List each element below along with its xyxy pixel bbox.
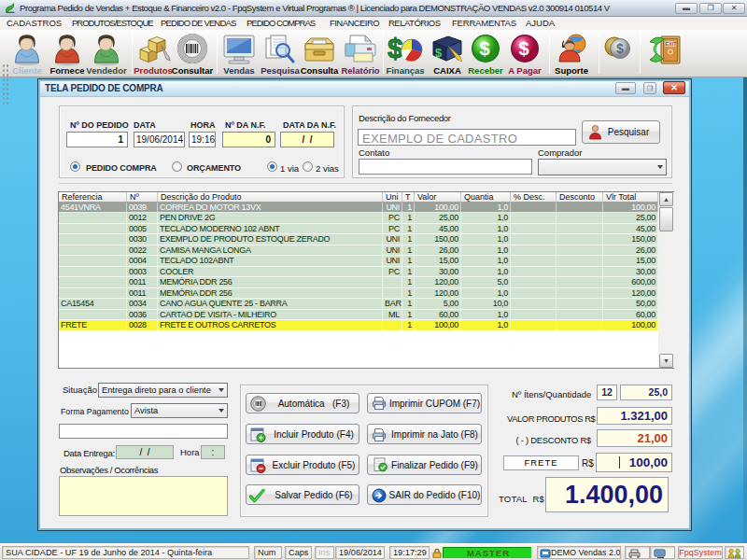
svg-text:$: $ [616,41,624,56]
svg-text:$: $ [519,38,529,59]
svg-text:EXIT: EXIT [666,41,677,47]
svg-text:$: $ [435,46,443,60]
svg-text:$: $ [388,33,403,63]
svg-text:$: $ [480,38,490,59]
